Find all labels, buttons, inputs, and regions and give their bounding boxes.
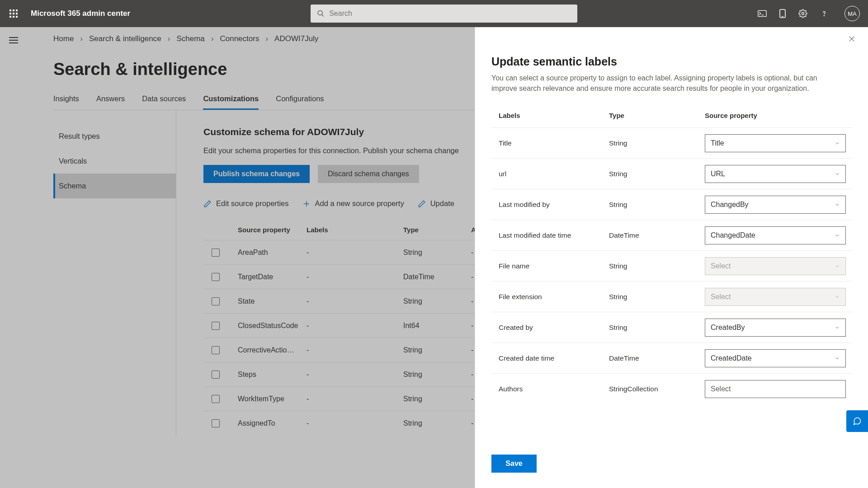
crumb-search[interactable]: Search & intelligence — [89, 34, 161, 43]
sidebar-item-result-types[interactable]: Result types — [53, 124, 176, 149]
user-avatar[interactable]: MA — [844, 6, 860, 21]
side-nav: Result types Verticals Schema — [53, 110, 176, 435]
svg-rect-2 — [758, 10, 766, 16]
search-icon — [317, 9, 325, 18]
chevron-down-icon — [835, 141, 840, 146]
cell-type: String — [609, 170, 705, 178]
cell-source: AreaPath — [238, 249, 307, 257]
cell-type: String — [403, 419, 471, 427]
cell-type: String — [609, 324, 705, 332]
row-checkbox[interactable] — [212, 346, 220, 354]
cell-type: String — [403, 249, 471, 257]
top-bar: Microsoft 365 admin center MA — [0, 0, 868, 27]
row-checkbox[interactable] — [212, 371, 220, 379]
cell-labels: - — [307, 419, 403, 427]
help-icon[interactable] — [820, 9, 828, 18]
cell-label: Authors — [499, 385, 609, 393]
cell-labels: - — [307, 273, 403, 281]
plus-icon — [302, 200, 311, 208]
close-icon — [848, 35, 855, 42]
source-property-dropdown[interactable]: Title — [705, 134, 846, 152]
source-property-dropdown[interactable]: Select — [705, 380, 846, 398]
tab-data-sources[interactable]: Data sources — [142, 94, 186, 110]
chevron-down-icon — [835, 294, 840, 300]
sidebar-item-verticals[interactable]: Verticals — [53, 149, 176, 174]
publish-button[interactable]: Publish schema changes — [203, 165, 310, 183]
table-row: File extension String Select — [491, 281, 852, 312]
row-checkbox[interactable] — [212, 249, 220, 257]
svg-line-1 — [322, 14, 324, 16]
cell-labels: - — [307, 297, 403, 305]
source-property-dropdown[interactable]: URL — [705, 165, 846, 183]
cell-label: url — [499, 170, 609, 178]
cell-type: String — [609, 262, 705, 270]
dropdown-value: URL — [711, 170, 725, 178]
crumb-connectors[interactable]: Connectors — [220, 34, 259, 43]
row-checkbox[interactable] — [212, 419, 220, 427]
row-checkbox[interactable] — [212, 297, 220, 305]
source-property-dropdown[interactable]: CreatedDate — [705, 349, 846, 367]
tab-insights[interactable]: Insights — [53, 94, 79, 110]
table-row: Last modified date time DateTime Changed… — [491, 220, 852, 250]
cell-labels: - — [307, 371, 403, 379]
col-type: Type — [403, 226, 471, 234]
cell-source: WorkItemType — [238, 395, 307, 403]
cell-label: Title — [499, 139, 609, 147]
cell-type: String — [403, 395, 471, 403]
feedback-icon — [853, 417, 862, 426]
dropdown-value: CreatedDate — [711, 354, 752, 362]
row-checkbox[interactable] — [212, 273, 220, 281]
cell-type: String — [403, 371, 471, 379]
source-property-dropdown[interactable]: ChangedBy — [705, 196, 846, 214]
dropdown-value: Title — [711, 139, 724, 147]
cell-label: Created by — [499, 324, 609, 332]
cell-type: String — [609, 293, 705, 301]
cell-source: AssignedTo — [238, 419, 307, 427]
col-labels: Labels — [499, 112, 609, 119]
crumb-current: ADOWI7July — [274, 34, 318, 43]
dropdown-value: Select — [711, 262, 731, 270]
feedback-button[interactable] — [846, 410, 868, 432]
cell-type: Int64 — [403, 322, 471, 330]
chevron-down-icon — [835, 263, 840, 269]
cell-labels: - — [307, 395, 403, 403]
source-property-dropdown[interactable]: CreatedBy — [705, 319, 846, 337]
discard-button[interactable]: Discard schema changes — [318, 165, 419, 183]
cell-label: Created date time — [499, 354, 609, 362]
dropdown-value: ChangedBy — [711, 201, 749, 209]
row-checkbox[interactable] — [212, 395, 220, 403]
search-input[interactable] — [329, 9, 571, 18]
tab-configurations[interactable]: Configurations — [276, 94, 324, 110]
edit-source-properties-action[interactable]: Edit source properties — [203, 199, 289, 208]
table-row: Created date time DateTime CreatedDate — [491, 343, 852, 373]
chevron-right-icon: › — [265, 34, 268, 43]
close-panel-button[interactable] — [848, 35, 855, 42]
add-source-property-action[interactable]: Add a new source property — [302, 199, 404, 208]
chevron-down-icon — [835, 171, 840, 177]
table-header: Labels Type Source property — [491, 112, 852, 127]
tab-customizations[interactable]: Customizations — [203, 94, 259, 110]
mobile-icon[interactable] — [779, 9, 786, 18]
col-type: Type — [609, 112, 705, 119]
chevron-down-icon — [835, 202, 840, 207]
edit-icon — [418, 200, 426, 208]
sidebar-item-schema[interactable]: Schema — [53, 174, 176, 198]
shell-icon[interactable] — [758, 10, 767, 17]
app-launcher-button[interactable] — [0, 0, 27, 27]
edit-icon — [203, 200, 212, 208]
update-action[interactable]: Update — [418, 199, 454, 208]
tab-answers[interactable]: Answers — [96, 94, 125, 110]
crumb-home[interactable]: Home — [53, 34, 74, 43]
source-property-dropdown[interactable]: ChangedDate — [705, 226, 846, 244]
settings-icon[interactable] — [798, 9, 807, 18]
chevron-right-icon: › — [168, 34, 170, 43]
cell-type: DateTime — [609, 231, 705, 239]
col-source: Source property — [705, 112, 852, 119]
row-checkbox[interactable] — [212, 322, 220, 330]
cell-label: Last modified date time — [499, 231, 609, 239]
nav-toggle-button[interactable] — [9, 35, 18, 45]
cell-source: CorrectiveActio… — [238, 346, 307, 354]
search-box[interactable] — [311, 5, 577, 23]
crumb-schema[interactable]: Schema — [176, 34, 204, 43]
save-button[interactable]: Save — [491, 455, 537, 473]
